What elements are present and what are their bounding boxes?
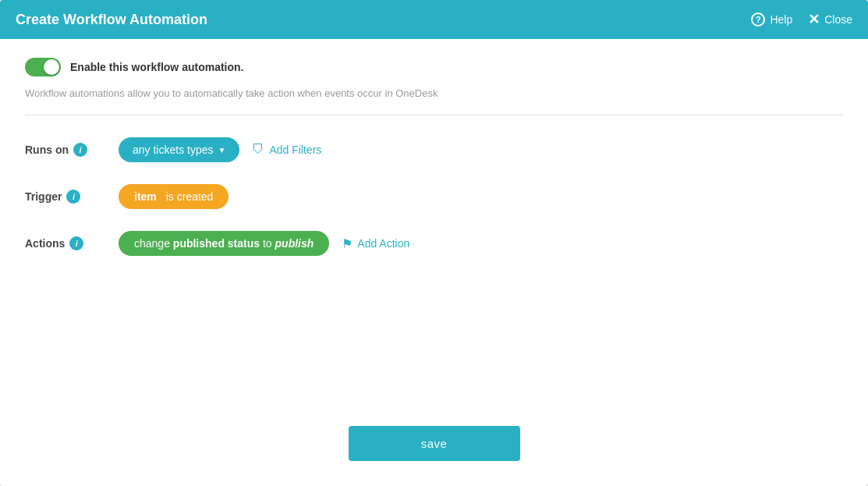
runs-on-content: any tickets types ▼ ⛉ Add Filters [119,137,321,162]
trigger-row: Trigger i item is created [25,184,843,209]
action-value: publish [275,237,314,250]
toggle-label: Enable this workflow automation. [70,61,243,73]
runs-on-button[interactable]: any tickets types ▼ [119,137,239,162]
save-button[interactable]: save [349,426,520,461]
enable-toggle[interactable] [25,58,61,76]
filter-icon: ⛉ [252,143,264,157]
add-filters-label: Add Filters [269,144,321,156]
close-label: Close [824,13,852,26]
header-actions: ? Help ✕ Close [751,11,852,28]
trigger-rest [160,190,163,203]
add-filters-button[interactable]: ⛉ Add Filters [252,143,321,157]
runs-on-info-icon[interactable]: i [73,143,87,157]
help-button[interactable]: ? Help [751,12,792,27]
trigger-label: Trigger i [25,190,119,204]
actions-info-icon[interactable]: i [69,236,83,250]
trigger-item-keyword: item [134,190,157,203]
modal-container: Create Workflow Automation ? Help ✕ Clos… [0,0,868,486]
action-keyword: published status [173,237,260,250]
runs-on-button-text: any tickets types [133,144,214,156]
divider [25,115,843,115]
chevron-down-icon: ▼ [218,146,226,154]
flag-icon: ⚑ [342,236,353,251]
trigger-badge[interactable]: item is created [119,184,229,209]
runs-on-row: Runs on i any tickets types ▼ ⛉ Add Filt… [25,137,843,162]
actions-content: change published status to publish ⚑ Add… [119,231,409,256]
runs-on-label: Runs on i [25,143,119,157]
trigger-content: item is created [119,184,229,209]
trigger-rest-label: is created [166,190,214,203]
toggle-row: Enable this workflow automation. [25,58,843,76]
action-prefix: change [134,237,173,250]
modal-header: Create Workflow Automation ? Help ✕ Clos… [0,0,868,39]
help-label: Help [770,13,792,26]
actions-label: Actions i [25,236,119,250]
action-badge[interactable]: change published status to publish [119,231,329,256]
add-action-button[interactable]: ⚑ Add Action [342,236,409,251]
help-icon: ? [751,12,765,27]
add-action-label: Add Action [357,237,409,250]
action-suffix: to [260,237,275,250]
modal-footer: save [0,410,868,486]
subtitle-text: Workflow automations allow you to automa… [25,87,843,99]
modal-title: Create Workflow Automation [16,12,207,28]
close-icon: ✕ [808,11,820,28]
trigger-info-icon[interactable]: i [66,190,80,204]
close-button[interactable]: ✕ Close [808,11,852,28]
modal-content: Enable this workflow automation. Workflo… [0,39,868,410]
actions-row: Actions i change published status to pub… [25,231,843,256]
